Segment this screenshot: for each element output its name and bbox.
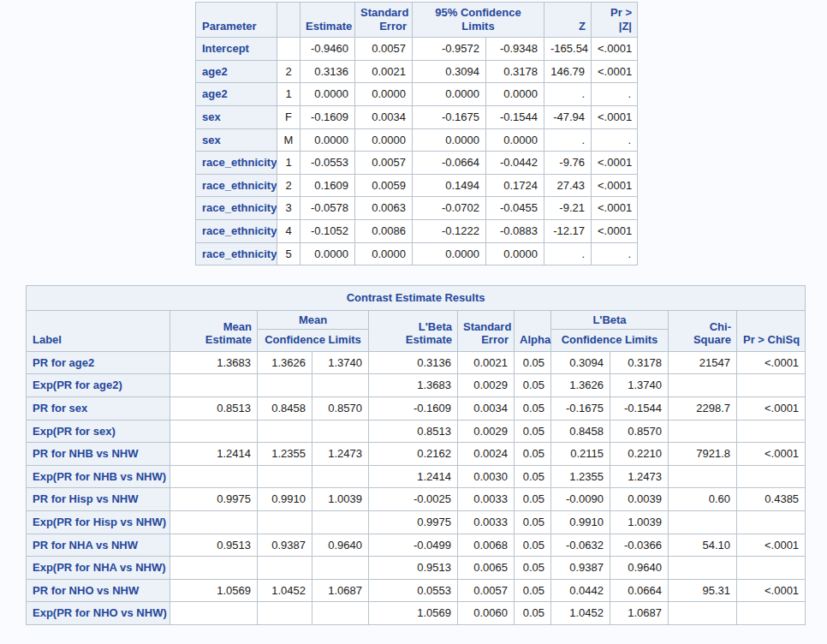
table-row: Intercept-0.94600.0057-0.9572-0.9348-165…: [196, 38, 638, 61]
data-cell: -0.9460: [300, 38, 355, 61]
data-cell: 0.0033: [458, 488, 515, 511]
row-header-cell: Exp(PR for Hisp vs NHW): [27, 510, 170, 534]
header-row-groups: Label Mean Estimate Mean L'Beta Estimate…: [27, 310, 806, 330]
data-cell: 1.3626: [258, 351, 312, 374]
data-cell: 0.8570: [610, 420, 669, 443]
row-header-cell: Exp(PR for NHB vs NHW): [27, 465, 170, 488]
data-cell: [312, 557, 369, 580]
data-cell: -0.0442: [486, 152, 544, 175]
data-cell: 54.10: [669, 534, 737, 557]
table-row: Exp(PR for NHO vs NHW)1.05690.00600.051.…: [27, 602, 806, 625]
table-row: race_ethnicity4-0.10520.0086-0.1222-0.08…: [196, 219, 638, 242]
data-cell: 0.0060: [458, 602, 515, 625]
row-header-cell: race_ethnicity: [196, 174, 277, 197]
col-header-z: Z: [544, 3, 592, 38]
col-header-alpha: Alpha: [515, 310, 551, 351]
row-header-cell: PR for Hisp vs NHW: [27, 488, 170, 511]
data-cell: <.0001: [737, 443, 806, 466]
parameter-table-head: Parameter Estimate Standard Error 95% Co…: [196, 3, 638, 38]
data-cell: 1.3626: [551, 374, 610, 397]
data-cell: 0.0057: [355, 38, 413, 61]
data-cell: [170, 557, 258, 580]
data-cell: 4: [277, 219, 300, 242]
table-row: Exp(PR for age2)1.36830.00290.051.36261.…: [27, 374, 806, 397]
table-title: Contrast Estimate Results: [27, 286, 806, 311]
data-cell: [258, 374, 312, 397]
table-row: race_ethnicity20.16090.00590.14940.17242…: [196, 174, 638, 197]
data-cell: M: [277, 128, 300, 152]
data-cell: [170, 374, 258, 397]
data-cell: [312, 374, 369, 397]
table-row: PR for NHB vs NHW1.24141.23551.24730.216…: [27, 443, 806, 466]
data-cell: 0.0000: [413, 83, 486, 106]
data-cell: <.0001: [737, 351, 806, 374]
data-cell: .: [544, 83, 592, 106]
data-cell: 0.05: [515, 351, 551, 374]
data-cell: [170, 420, 258, 443]
data-cell: -0.0090: [551, 488, 610, 511]
data-cell: 1.2355: [551, 465, 610, 488]
col-header-confidence-limits: 95% Confidence Limits: [413, 3, 544, 38]
data-cell: -0.1544: [610, 397, 669, 420]
row-header-cell: age2: [196, 83, 277, 106]
data-cell: 0.0000: [300, 128, 355, 152]
data-cell: .: [592, 83, 638, 106]
col-header-mean-confidence-limits: Confidence Limits: [258, 330, 369, 352]
col-header-parameter: Parameter: [196, 3, 277, 38]
table-row: PR for age21.36831.36261.37400.31360.002…: [27, 351, 806, 374]
table-row: Exp(PR for sex)0.85130.00290.050.84580.8…: [27, 420, 806, 443]
data-cell: -0.0499: [369, 534, 458, 557]
table-row: PR for NHA vs NHW0.95130.93870.9640-0.04…: [27, 534, 806, 557]
table-row: PR for sex0.85130.84580.8570-0.16090.003…: [27, 397, 806, 420]
data-cell: 0.0059: [355, 174, 413, 197]
row-header-cell: age2: [196, 60, 277, 83]
data-cell: 0.0065: [458, 557, 515, 580]
data-cell: -0.0883: [486, 219, 544, 242]
table-row: age220.31360.00210.30940.3178146.79<.000…: [196, 60, 638, 83]
data-cell: 0.05: [515, 397, 551, 420]
data-cell: [737, 557, 806, 580]
row-header-cell: PR for sex: [27, 397, 170, 420]
data-cell: <.0001: [737, 397, 806, 420]
data-cell: 0.05: [515, 488, 551, 511]
data-cell: 1.2414: [170, 443, 258, 466]
col-group-lbeta: L'Beta: [551, 310, 669, 330]
data-cell: 0.1494: [413, 174, 486, 197]
data-cell: 1.3683: [170, 351, 258, 374]
contrast-estimate-results-table: Contrast Estimate Results Label Mean Est…: [26, 285, 806, 625]
data-cell: 0.0442: [551, 579, 610, 602]
sas-results-page: Parameter Estimate Standard Error 95% Co…: [0, 0, 827, 644]
data-cell: [737, 510, 806, 534]
row-header-cell: race_ethnicity: [196, 242, 277, 265]
data-cell: 1.0039: [610, 510, 669, 534]
data-cell: 0.0034: [458, 397, 515, 420]
data-cell: 0.0068: [458, 534, 515, 557]
row-header-cell: Intercept: [196, 38, 277, 61]
col-header-label: Label: [27, 310, 170, 351]
data-cell: 0.3178: [486, 60, 544, 83]
row-header-cell: sex: [196, 128, 277, 152]
data-cell: 0.0030: [458, 465, 515, 488]
parameter-table-body: Intercept-0.94600.0057-0.9572-0.9348-165…: [196, 38, 638, 265]
data-cell: 0.8513: [170, 397, 258, 420]
data-cell: <.0001: [592, 38, 638, 61]
table-row: sexF-0.16090.0034-0.1675-0.1544-47.94<.0…: [196, 105, 638, 128]
data-cell: [312, 602, 369, 625]
data-cell: 0.9975: [369, 510, 458, 534]
data-cell: 0.05: [515, 374, 551, 397]
data-cell: 0.0021: [355, 60, 413, 83]
data-cell: -0.0025: [369, 488, 458, 511]
data-cell: 21547: [669, 351, 737, 374]
table-row: sexM0.00000.00000.00000.0000..: [196, 128, 638, 152]
data-cell: [258, 465, 312, 488]
row-header-cell: sex: [196, 105, 277, 128]
data-cell: 0.0000: [486, 128, 544, 152]
data-cell: 0.0034: [355, 105, 413, 128]
data-cell: [737, 374, 806, 397]
data-cell: [669, 465, 737, 488]
data-cell: 0.0000: [300, 242, 355, 265]
data-cell: 7921.8: [669, 443, 737, 466]
col-header-lbeta-estimate: L'Beta Estimate: [369, 310, 458, 351]
data-cell: 0.0000: [355, 242, 413, 265]
data-cell: 0.0057: [458, 579, 515, 602]
